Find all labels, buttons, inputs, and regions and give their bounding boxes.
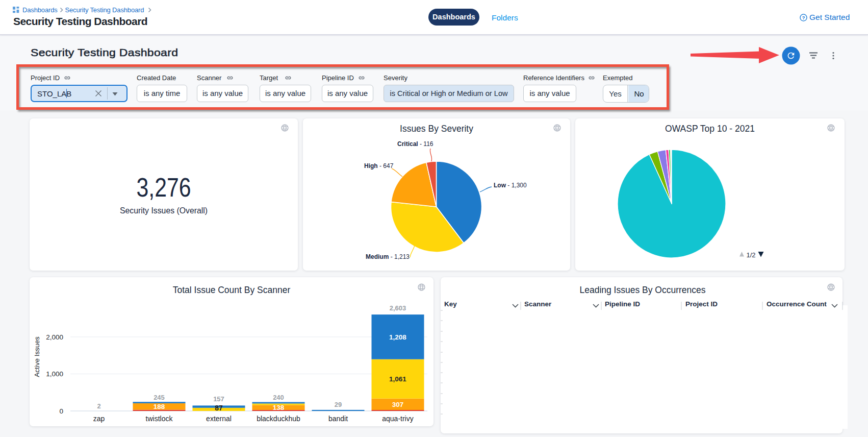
svg-text:245: 245 [154, 394, 165, 401]
svg-text:aqua-trivy: aqua-trivy [382, 415, 413, 423]
svg-text:0: 0 [59, 407, 63, 415]
svg-text:external: external [206, 415, 232, 423]
svg-text:2,603: 2,603 [390, 304, 406, 312]
svg-text:zap: zap [93, 415, 105, 423]
svg-text:Low - 1,300: Low - 1,300 [494, 182, 527, 189]
svg-text:1,208: 1,208 [389, 333, 406, 341]
svg-text:188: 188 [154, 403, 165, 410]
svg-text:blackduckhub: blackduckhub [257, 415, 300, 423]
svg-text:1/2: 1/2 [747, 251, 756, 259]
svg-text:bandit: bandit [328, 415, 348, 423]
svg-text:29: 29 [335, 401, 342, 408]
svg-text:twistlock: twistlock [146, 415, 173, 423]
svg-text:2: 2 [97, 402, 100, 410]
svg-text:High - 647: High - 647 [364, 162, 394, 169]
svg-text:138: 138 [273, 404, 285, 411]
svg-text:Medium - 1,213: Medium - 1,213 [366, 253, 410, 260]
svg-text:87: 87 [215, 404, 223, 412]
svg-text:2,000: 2,000 [46, 333, 63, 341]
svg-text:240: 240 [273, 394, 284, 401]
svg-text:Critical - 116: Critical - 116 [397, 140, 433, 148]
svg-text:?: ? [802, 15, 805, 20]
svg-text:Active Issues: Active Issues [33, 336, 41, 377]
svg-text:1,061: 1,061 [389, 375, 406, 383]
svg-text:307: 307 [392, 401, 404, 408]
svg-text:1,000: 1,000 [46, 370, 63, 378]
svg-text:157: 157 [213, 395, 224, 403]
